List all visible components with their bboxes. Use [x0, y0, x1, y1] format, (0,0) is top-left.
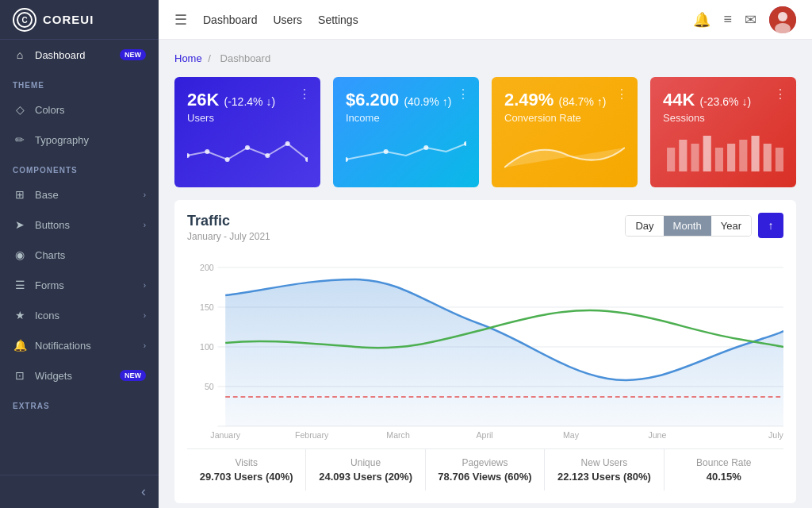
svg-text:C: C: [21, 16, 27, 25]
chevron-icon: ›: [144, 341, 146, 350]
svg-text:150: 150: [200, 302, 214, 312]
menu-toggle-icon[interactable]: ☰: [174, 11, 187, 29]
stat-value-users: 26K (-12.4% ↓): [187, 90, 308, 110]
sidebar-item-forms[interactable]: ☰ Forms ›: [0, 270, 159, 300]
users-mini-chart: [187, 132, 308, 175]
topnav-link-dashboard[interactable]: Dashboard: [203, 13, 258, 26]
stat-card-income: ⋮ $6.200 (40.9% ↑) Income: [333, 77, 479, 187]
top-navigation: ☰ Dashboard Users Settings 🔔 ≡ ✉: [159, 0, 812, 40]
widgets-icon: ⊡: [13, 368, 27, 383]
svg-point-9: [265, 153, 270, 158]
conversion-mini-chart: [504, 132, 625, 175]
sidebar-logo: C COREUI: [0, 0, 159, 40]
breadcrumb: Home / Dashboard: [174, 52, 796, 64]
sidebar-item-label: Forms: [35, 279, 144, 291]
svg-text:July: July: [768, 430, 783, 440]
stat-card-conversion: ⋮ 2.49% (84.7% ↑) Conversion Rate: [492, 77, 638, 187]
sidebar-item-base[interactable]: ⊞ Base ›: [0, 179, 159, 210]
card-menu-icon[interactable]: ⋮: [298, 87, 311, 102]
icons-icon: ★: [13, 308, 27, 322]
stat-label-conversion: Conversion Rate: [504, 112, 625, 124]
svg-text:April: April: [476, 430, 492, 440]
footer-bouncerate-value: 40.15%: [665, 471, 783, 483]
svg-text:March: March: [386, 430, 409, 440]
sidebar-item-icons[interactable]: ★ Icons ›: [0, 300, 159, 330]
footer-unique-value: 24.093 Users (20%): [306, 471, 424, 483]
svg-point-3: [778, 12, 787, 21]
footer-visits-value: 29.703 Users (40%): [187, 471, 305, 483]
avatar[interactable]: [769, 6, 796, 33]
sidebar-item-dashboard[interactable]: ⌂ Dashboard NEW: [0, 40, 159, 70]
topnav-link-settings[interactable]: Settings: [318, 13, 358, 26]
mail-icon[interactable]: ✉: [745, 11, 756, 29]
card-menu-icon[interactable]: ⋮: [457, 87, 469, 102]
breadcrumb-home[interactable]: Home: [174, 52, 202, 64]
svg-rect-18: [691, 144, 699, 171]
svg-rect-17: [679, 140, 687, 171]
theme-section-label: THEME: [0, 70, 159, 94]
new-badge: NEW: [120, 49, 146, 60]
svg-text:February: February: [295, 430, 329, 440]
notifications-icon: 🔔: [13, 338, 27, 352]
income-mini-chart: [346, 132, 466, 175]
stat-value-income: $6.200 (40.9% ↑): [346, 90, 466, 110]
stat-value-conversion: 2.49% (84.7% ↑): [504, 90, 625, 110]
logo-text: COREUI: [43, 13, 94, 26]
topnav-links: Dashboard Users Settings: [203, 13, 677, 26]
sidebar-collapse-button[interactable]: ‹: [0, 475, 159, 508]
day-button[interactable]: Day: [626, 216, 663, 236]
month-button[interactable]: Month: [664, 216, 711, 236]
forms-icon: ☰: [13, 278, 27, 292]
sidebar-item-label: Icons: [35, 310, 144, 321]
list-icon[interactable]: ≡: [723, 11, 732, 28]
svg-rect-19: [703, 136, 711, 171]
sidebar-item-typography[interactable]: ✏ Typography: [0, 125, 159, 155]
svg-point-10: [285, 141, 290, 146]
svg-rect-16: [667, 148, 675, 171]
svg-point-5: [187, 153, 190, 158]
card-menu-icon[interactable]: ⋮: [615, 87, 628, 102]
footer-newusers-label: New Users: [545, 457, 663, 468]
footer-visits: Visits 29.703 Users (40%): [187, 449, 306, 491]
export-button[interactable]: ↑: [758, 213, 783, 238]
svg-text:100: 100: [200, 342, 214, 352]
sidebar-item-label: Widgets: [35, 370, 120, 382]
logo-icon: C: [13, 8, 36, 32]
sidebar-item-label: Charts: [35, 249, 146, 261]
sidebar-item-buttons[interactable]: ➤ Buttons ›: [0, 210, 159, 240]
topnav-link-users[interactable]: Users: [274, 13, 303, 26]
sessions-mini-chart: [663, 132, 783, 175]
colors-icon: ◇: [13, 102, 27, 117]
svg-text:January: January: [210, 430, 240, 440]
year-button[interactable]: Year: [711, 216, 751, 236]
svg-rect-23: [751, 136, 759, 171]
svg-rect-24: [764, 144, 772, 171]
traffic-controls: Day Month Year ↑: [625, 213, 783, 238]
sidebar-item-charts[interactable]: ◉ Charts: [0, 240, 159, 270]
svg-point-6: [205, 149, 209, 154]
sidebar-item-colors[interactable]: ◇ Colors: [0, 94, 159, 125]
traffic-header: Traffic January - July 2021 Day Month Ye…: [187, 213, 783, 242]
svg-point-14: [423, 145, 428, 150]
footer-newusers: New Users 22.123 Users (80%): [545, 449, 664, 491]
traffic-subtitle: January - July 2021: [187, 231, 270, 242]
stat-card-sessions: ⋮ 44K (-23.6% ↓) Sessions: [650, 77, 796, 187]
period-btn-group: Day Month Year: [625, 215, 752, 237]
chevron-icon: ›: [144, 281, 146, 290]
footer-unique: Unique 24.093 Users (20%): [306, 449, 425, 491]
svg-text:June: June: [648, 430, 666, 440]
card-menu-icon[interactable]: ⋮: [774, 87, 787, 102]
footer-pageviews-value: 78.706 Views (60%): [426, 471, 544, 483]
export-icon: ↑: [768, 219, 774, 232]
sidebar-item-notifications[interactable]: 🔔 Notifications ›: [0, 330, 159, 360]
footer-pageviews-label: Pageviews: [426, 457, 544, 468]
svg-point-12: [346, 157, 348, 162]
components-section-label: COMPONENTS: [0, 155, 159, 179]
sidebar-item-label: Notifications: [35, 340, 144, 352]
traffic-card: Traffic January - July 2021 Day Month Ye…: [174, 200, 796, 503]
svg-rect-21: [727, 144, 735, 171]
sidebar-item-label: Typography: [35, 134, 146, 146]
sidebar-item-label: Dashboard: [35, 49, 120, 61]
bell-icon[interactable]: 🔔: [693, 11, 710, 29]
sidebar-item-widgets[interactable]: ⊡ Widgets NEW: [0, 360, 159, 391]
